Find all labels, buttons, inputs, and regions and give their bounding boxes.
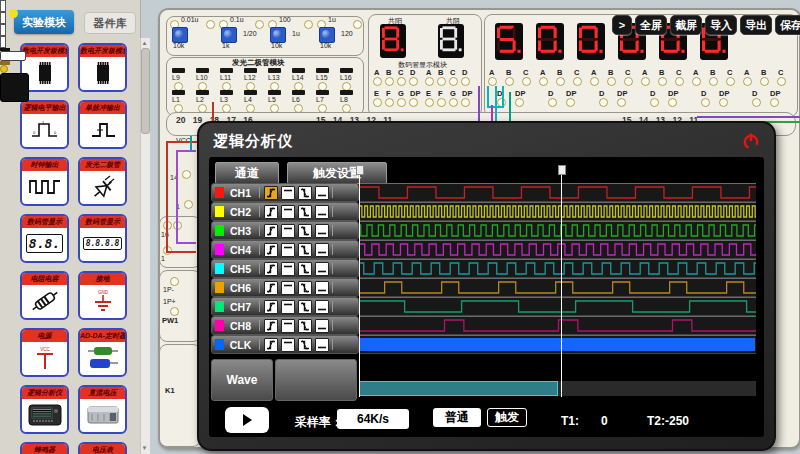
module-card-psu[interactable]: 直流电压 xyxy=(78,385,127,434)
seg-pin[interactable] xyxy=(770,98,779,107)
seg-pin[interactable] xyxy=(373,77,382,86)
seg-pin[interactable] xyxy=(425,98,434,107)
module-card-pulse-wave[interactable]: 单脉冲输出 xyxy=(78,100,127,149)
pin[interactable] xyxy=(184,200,193,209)
seg-pin[interactable] xyxy=(624,77,633,86)
trigger-low-button[interactable] xyxy=(315,319,329,333)
potentiometer[interactable] xyxy=(172,27,188,43)
led-pin[interactable] xyxy=(294,82,303,91)
seg-pin[interactable] xyxy=(617,98,626,107)
seg-pin[interactable] xyxy=(777,77,786,86)
seg-pin[interactable] xyxy=(497,98,506,107)
led-pin[interactable] xyxy=(222,82,231,91)
seg-pin[interactable] xyxy=(590,77,599,86)
seg-pin[interactable] xyxy=(488,77,497,86)
trigger-rise-button[interactable] xyxy=(264,262,278,276)
trigger-low-button[interactable] xyxy=(315,243,329,257)
trigger-high-button[interactable] xyxy=(281,243,295,257)
trigger-rise-button[interactable] xyxy=(264,338,278,352)
pin[interactable] xyxy=(170,277,179,286)
play-button[interactable] xyxy=(225,407,269,433)
seg-pin[interactable] xyxy=(505,77,514,86)
trigger-fall-button[interactable] xyxy=(298,262,312,276)
power-icon[interactable] xyxy=(742,132,760,150)
led-pin[interactable] xyxy=(318,82,327,91)
led-pin[interactable] xyxy=(174,82,183,91)
seg-pin[interactable] xyxy=(641,77,650,86)
module-card-adda[interactable]: AD-DA-定时器 xyxy=(78,328,127,377)
trigger-high-button[interactable] xyxy=(281,281,295,295)
seg-pin[interactable] xyxy=(461,98,470,107)
cursor-t2-flag[interactable] xyxy=(558,165,566,175)
led-pin[interactable] xyxy=(270,104,279,113)
seg-pin[interactable] xyxy=(692,77,701,86)
trigger-high-button[interactable] xyxy=(281,186,295,200)
export-button[interactable]: 导出 xyxy=(740,15,772,35)
seg-pin[interactable] xyxy=(607,77,616,86)
trigger-rise-button[interactable] xyxy=(264,224,278,238)
seg-pin[interactable] xyxy=(752,98,761,107)
trigger-low-button[interactable] xyxy=(315,224,329,238)
seg-pin[interactable] xyxy=(743,77,752,86)
trigger-rise-button[interactable] xyxy=(264,243,278,257)
overview-thumb[interactable] xyxy=(359,381,558,396)
sidebar-scroll-thumb[interactable] xyxy=(141,48,150,134)
led-pin[interactable] xyxy=(342,82,351,91)
trigger-low-button[interactable] xyxy=(315,205,329,219)
save-button[interactable]: 保存 xyxy=(775,15,800,35)
pin[interactable] xyxy=(173,221,182,230)
trigger-rise-button[interactable] xyxy=(264,319,278,333)
seg-pin[interactable] xyxy=(668,98,677,107)
trigger-high-button[interactable] xyxy=(281,224,295,238)
pin[interactable] xyxy=(255,20,264,29)
trigger-fall-button[interactable] xyxy=(298,319,312,333)
import-button[interactable]: 导入 xyxy=(705,15,737,35)
module-card-voltmeter[interactable]: 电压表V xyxy=(78,442,127,454)
seg-pin[interactable] xyxy=(437,98,446,107)
seg-pin[interactable] xyxy=(599,98,608,107)
fullscreen-button[interactable]: 全屏 xyxy=(635,15,667,35)
seg-pin[interactable] xyxy=(437,77,446,86)
trigger-low-button[interactable] xyxy=(315,186,329,200)
pin[interactable] xyxy=(163,221,172,230)
tab-trigger-settings[interactable]: 触发设置 xyxy=(287,162,387,184)
module-card-led-diode[interactable]: 发光二极管 xyxy=(78,157,127,206)
trigger-high-button[interactable] xyxy=(281,262,295,276)
trigger-fall-button[interactable] xyxy=(298,205,312,219)
seg-pin[interactable] xyxy=(539,77,548,86)
mode-trigger-button[interactable]: 触发 xyxy=(487,408,527,427)
pin[interactable] xyxy=(163,246,172,255)
k1-button[interactable] xyxy=(0,73,29,102)
led-pin[interactable] xyxy=(198,104,207,113)
trigger-rise-button[interactable] xyxy=(264,281,278,295)
tab-channels[interactable]: 通道 xyxy=(215,162,279,184)
seg-pin[interactable] xyxy=(566,98,575,107)
seg-pin[interactable] xyxy=(650,98,659,107)
trigger-high-button[interactable] xyxy=(281,205,295,219)
seg-pin[interactable] xyxy=(522,77,531,86)
seg-pin[interactable] xyxy=(397,77,406,86)
sample-rate-field[interactable]: 64K/s xyxy=(337,409,409,429)
led-pin[interactable] xyxy=(342,104,351,113)
trigger-rise-button[interactable] xyxy=(264,300,278,314)
module-card-seg2[interactable]: 数码管显示8.8. xyxy=(20,214,69,263)
led-pin[interactable] xyxy=(246,82,255,91)
seg-pin[interactable] xyxy=(556,77,565,86)
seg-pin[interactable] xyxy=(726,77,735,86)
module-card-resistor[interactable]: 电阻电容 xyxy=(20,271,69,320)
pin[interactable] xyxy=(206,20,215,29)
pin[interactable] xyxy=(182,170,191,179)
tab-experiment-modules[interactable]: 实验模块 xyxy=(14,10,74,34)
seg-pin[interactable] xyxy=(409,98,418,107)
module-card-analyzer[interactable]: 逻辑分析仪 xyxy=(20,385,69,434)
cursor-t1[interactable] xyxy=(359,173,360,397)
pin[interactable] xyxy=(304,20,313,29)
pin[interactable] xyxy=(170,307,179,316)
trigger-fall-button[interactable] xyxy=(298,186,312,200)
led-pin[interactable] xyxy=(318,104,327,113)
scroll-up-icon[interactable]: ▲ xyxy=(141,39,148,47)
trigger-high-button[interactable] xyxy=(281,300,295,314)
seg-pin[interactable] xyxy=(461,77,470,86)
trigger-high-button[interactable] xyxy=(281,338,295,352)
seg-pin[interactable] xyxy=(709,77,718,86)
